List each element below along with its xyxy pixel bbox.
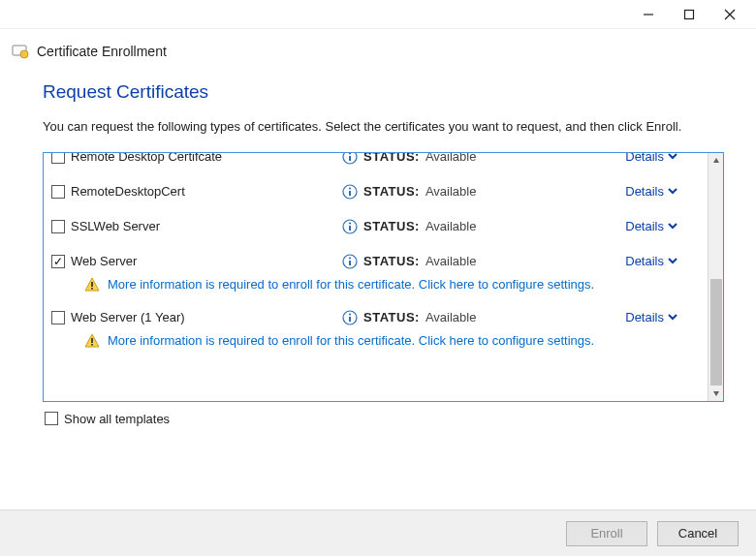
svg-point-11 xyxy=(349,187,351,189)
minimize-button[interactable] xyxy=(628,1,669,28)
configure-settings-link[interactable]: More information is required to enroll f… xyxy=(108,333,594,348)
warning-icon xyxy=(84,277,100,293)
certificate-checkbox[interactable] xyxy=(51,153,65,164)
page-heading: Request Certificates xyxy=(43,81,713,103)
dialog-footer: Enroll Cancel xyxy=(0,510,756,556)
page-intro: You can request the following types of c… xyxy=(43,118,713,137)
svg-point-5 xyxy=(20,50,28,58)
svg-marker-27 xyxy=(713,158,719,163)
svg-rect-10 xyxy=(349,191,351,196)
certificate-name: SSLWeb Server xyxy=(71,219,160,233)
svg-rect-16 xyxy=(349,261,351,265)
status-label: STATUS: xyxy=(363,219,420,233)
certificate-name: Remote Desktop Certifcate xyxy=(71,153,222,165)
certificate-row: Web ServerSTATUS:AvailableDetails xyxy=(51,244,704,279)
cancel-button[interactable]: Cancel xyxy=(657,521,739,546)
svg-rect-20 xyxy=(91,288,93,290)
info-icon xyxy=(342,184,358,200)
scroll-down-arrow[interactable] xyxy=(709,386,723,401)
status-label: STATUS: xyxy=(363,254,420,268)
svg-rect-7 xyxy=(349,156,351,161)
window-header: Certificate Enrollment xyxy=(12,43,756,60)
chevron-down-icon xyxy=(668,184,677,199)
details-toggle[interactable]: Details xyxy=(625,310,664,324)
status-value: Available xyxy=(425,310,477,324)
status-value: Available xyxy=(425,254,477,268)
certificate-checkbox[interactable] xyxy=(51,255,65,268)
status-label: STATUS: xyxy=(363,153,420,165)
details-toggle[interactable]: Details xyxy=(625,153,664,165)
details-toggle[interactable]: Details xyxy=(625,219,664,233)
certificate-name: Web Server xyxy=(71,254,137,268)
certificate-row: RemoteDesktopCertSTATUS:AvailableDetails xyxy=(51,174,704,209)
info-icon xyxy=(342,310,358,325)
window-title: Certificate Enrollment xyxy=(37,44,167,59)
svg-point-14 xyxy=(349,222,351,224)
enrollment-warning: More information is required to enroll f… xyxy=(84,277,704,293)
certificate-row: Web Server (1 Year)STATUS:AvailableDetai… xyxy=(51,300,704,335)
status-value: Available xyxy=(425,153,477,165)
svg-rect-26 xyxy=(91,344,93,346)
certificate-icon xyxy=(12,43,29,60)
certificate-name: RemoteDesktopCert xyxy=(71,184,185,199)
status-value: Available xyxy=(425,219,477,233)
close-button[interactable] xyxy=(709,1,750,28)
chevron-down-icon xyxy=(668,219,677,233)
svg-rect-25 xyxy=(91,338,93,343)
certificate-checkbox[interactable] xyxy=(51,311,65,324)
svg-marker-28 xyxy=(713,391,719,396)
scroll-thumb[interactable] xyxy=(710,279,722,386)
warning-icon xyxy=(84,333,100,349)
svg-rect-22 xyxy=(349,317,351,322)
chevron-down-icon xyxy=(668,310,677,324)
svg-point-23 xyxy=(349,313,351,315)
show-all-templates-label: Show all templates xyxy=(64,412,170,426)
svg-rect-13 xyxy=(349,226,351,231)
certificate-row: SSLWeb ServerSTATUS:AvailableDetails xyxy=(51,209,704,244)
status-label: STATUS: xyxy=(363,184,420,199)
svg-rect-1 xyxy=(685,10,694,18)
show-all-templates-checkbox[interactable] xyxy=(45,412,58,425)
enroll-button[interactable]: Enroll xyxy=(566,521,647,546)
scrollbar[interactable] xyxy=(708,153,723,401)
details-toggle[interactable]: Details xyxy=(625,254,664,268)
chevron-down-icon xyxy=(668,153,677,165)
info-icon xyxy=(342,153,358,165)
configure-settings-link[interactable]: More information is required to enroll f… xyxy=(108,277,594,292)
status-label: STATUS: xyxy=(363,310,420,324)
scroll-up-arrow[interactable] xyxy=(709,153,723,169)
maximize-button[interactable] xyxy=(669,1,709,28)
info-icon xyxy=(342,254,358,269)
certificate-list: Remote Desktop CertifcateSTATUS:Availabl… xyxy=(43,152,724,402)
svg-point-17 xyxy=(349,257,351,259)
details-toggle[interactable]: Details xyxy=(625,184,664,199)
certificate-row: Remote Desktop CertifcateSTATUS:Availabl… xyxy=(51,153,704,174)
chevron-down-icon xyxy=(668,254,677,268)
status-value: Available xyxy=(425,184,477,199)
certificate-name: Web Server (1 Year) xyxy=(71,310,185,324)
certificate-checkbox[interactable] xyxy=(51,185,65,199)
titlebar xyxy=(0,0,756,29)
enrollment-warning: More information is required to enroll f… xyxy=(84,333,704,349)
info-icon xyxy=(342,219,358,234)
svg-rect-19 xyxy=(91,282,93,287)
certificate-checkbox[interactable] xyxy=(51,220,65,233)
